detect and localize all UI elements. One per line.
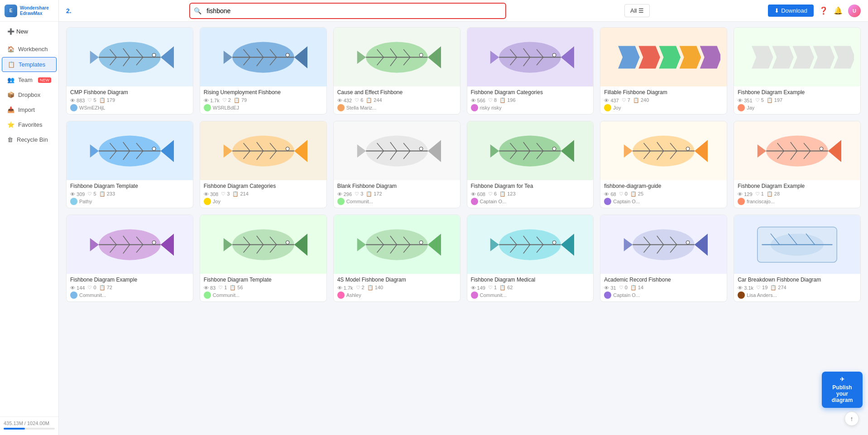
card-info: Car Breakdown Fishbone Diagram 👁 3.1k ♡ … — [734, 274, 860, 301]
sidebar: E Wondershare EdrawMax ➕ New 🏠 Workbench… — [0, 0, 59, 435]
author-avatar — [738, 198, 745, 205]
svg-marker-133 — [223, 238, 232, 251]
scroll-top-button[interactable]: ↑ — [844, 411, 859, 426]
publish-fab[interactable]: ✈ Publish your diagram — [822, 372, 863, 408]
svg-point-75 — [286, 147, 289, 150]
plus-icon: ➕ — [7, 28, 14, 35]
card-info: Fishbone Diagram Example 👁 351 ♡ 5 📋 197… — [734, 86, 860, 114]
download-button[interactable]: ⬇ Download — [768, 5, 814, 17]
copies-count: 📋 240 — [633, 97, 649, 103]
author-avatar — [471, 104, 478, 111]
svg-marker-52 — [813, 46, 835, 68]
template-card-fishbone-medical[interactable]: Fishbone Diagram Medical 👁 149 ♡ 1 📋 62 … — [467, 215, 594, 302]
logo-icon: E — [5, 5, 17, 17]
card-thumbnail — [600, 28, 727, 86]
help-button[interactable]: ❓ — [819, 6, 828, 15]
template-card-fishbone-example1[interactable]: Fishbone Diagram Example 👁 351 ♡ 5 📋 197… — [734, 27, 861, 115]
card-title: Fillable Fishbone Diagram — [604, 89, 723, 96]
card-info: Fishbone Diagram Example 👁 129 ♡ 1 📋 28 … — [734, 180, 860, 208]
author-name: Captain O... — [480, 199, 507, 204]
svg-marker-1 — [161, 46, 174, 68]
help-icon: ❓ — [819, 6, 828, 15]
card-title: Car Breakdown Fishbone Diagram — [738, 277, 857, 283]
views-count: 👁 432 — [337, 98, 352, 103]
card-thumbnail — [67, 121, 193, 180]
template-card-fishbone-tpl[interactable]: Fishbone Diagram Template 👁 309 ♡ 5 📋 23… — [66, 121, 193, 208]
likes-count: ♡ 3 — [221, 191, 230, 197]
card-meta: 👁 432 ♡ 6 📋 244 — [337, 97, 456, 103]
card-meta: 👁 129 ♡ 1 📋 28 — [738, 191, 857, 197]
sidebar-item-recycle[interactable]: 🗑 Recycle Bin — [2, 133, 57, 147]
sidebar-item-templates[interactable]: 📋 Templates — [2, 57, 57, 72]
svg-marker-77 — [427, 140, 441, 162]
svg-marker-111 — [758, 144, 767, 157]
card-thumbnail — [67, 215, 193, 274]
template-card-blank-fishbone[interactable]: Blank Fishbone Diagram 👁 296 ♡ 3 📋 172 C… — [333, 121, 460, 208]
svg-marker-55 — [161, 140, 174, 162]
avatar[interactable]: U — [848, 5, 861, 17]
views-count: 👁 309 — [70, 191, 85, 197]
card-meta: 👁 68 ♡ 0 📋 25 — [604, 191, 723, 197]
card-info: Fillable Fishbone Diagram 👁 437 ♡ 7 📋 24… — [600, 86, 727, 114]
sidebar-item-workbench[interactable]: 🏠 Workbench — [2, 42, 57, 56]
author-name: Stella Mariz... — [346, 105, 377, 110]
svg-marker-100 — [624, 144, 633, 157]
sidebar-item-import[interactable]: 📥 Import — [2, 103, 57, 117]
filter-label: All — [630, 7, 637, 14]
author-name: Joy — [613, 105, 621, 110]
templates-grid: CMP Fishbone Diagram 👁 883 ♡ 5 📋 179 WSm… — [59, 22, 868, 435]
svg-marker-143 — [427, 234, 441, 256]
template-card-fishbone-example2[interactable]: Fishbone Diagram Example 👁 129 ♡ 1 📋 28 … — [734, 121, 861, 208]
sidebar-label-dropbox: Dropbox — [18, 91, 40, 98]
sidebar-item-team[interactable]: 👥 Team NEW — [2, 73, 57, 87]
template-card-fishbone-tpl2[interactable]: Fishbone Diagram Template 👁 83 ♡ 1 📋 56 … — [200, 215, 327, 302]
svg-marker-122 — [90, 238, 99, 251]
svg-point-21 — [286, 53, 289, 57]
step-label: 2. — [66, 7, 72, 14]
template-card-covid-cause[interactable]: Cause and Effect Fishbone 👁 432 ♡ 6 📋 24… — [333, 27, 460, 115]
card-meta: 👁 83 ♡ 1 📋 56 — [204, 285, 323, 291]
template-card-fishbone-guide[interactable]: fishbone-diagram-guide 👁 68 ♡ 0 📋 25 Cap… — [600, 121, 727, 208]
copies-count: 📋 197 — [767, 97, 782, 103]
template-card-cmp-fishbone[interactable]: CMP Fishbone Diagram 👁 883 ♡ 5 📋 179 WSm… — [66, 27, 193, 115]
card-thumbnail — [334, 121, 460, 180]
copies-count: 📋 123 — [499, 191, 515, 197]
likes-count: ♡ 7 — [622, 97, 630, 103]
svg-marker-89 — [490, 144, 499, 157]
svg-marker-166 — [624, 238, 633, 251]
svg-point-43 — [553, 53, 556, 57]
template-card-academic-fishbone[interactable]: Academic Record Fishbone 👁 31 ♡ 0 📋 14 C… — [600, 215, 727, 302]
views-count: 👁 144 — [70, 285, 85, 291]
sidebar-icon-templates: 📋 — [8, 61, 15, 68]
scroll-top-icon: ↑ — [850, 415, 854, 422]
template-card-fishbone-cat2[interactable]: Fishbone Diagram Categories 👁 308 ♡ 3 📋 … — [200, 121, 327, 208]
card-info: Fishbone Diagram Categories 👁 308 ♡ 3 📋 … — [200, 180, 326, 208]
template-card-fillable-fishbone[interactable]: Fillable Fishbone Diagram 👁 437 ♡ 7 📋 24… — [600, 27, 727, 115]
template-card-4s-model[interactable]: 4S Model Fishbone Diagram 👁 1.7k ♡ 2 📋 1… — [333, 215, 460, 302]
svg-marker-46 — [659, 46, 681, 68]
card-meta: 👁 144 ♡ 0 📋 72 — [70, 285, 189, 291]
template-card-car-breakdown[interactable]: Car Breakdown Fishbone Diagram 👁 3.1k ♡ … — [734, 215, 861, 302]
notifications-button[interactable]: 🔔 — [834, 6, 843, 15]
copies-count: 📋 14 — [630, 285, 643, 291]
likes-count: ♡ 8 — [488, 97, 497, 103]
template-card-fishbone-cat[interactable]: Fishbone Diagram Categories 👁 566 ♡ 8 📋 … — [467, 27, 594, 115]
sidebar-item-dropbox[interactable]: 📦 Dropbox — [2, 88, 57, 102]
card-thumbnail — [600, 121, 727, 180]
author-avatar — [204, 292, 211, 299]
copies-count: 📋 79 — [234, 97, 247, 103]
card-author: WSmEZHjL — [70, 104, 189, 111]
template-card-fishbone-tea[interactable]: Fishbone Diagram for Tea 👁 608 ♡ 6 📋 123… — [467, 121, 594, 208]
search-input[interactable] — [189, 3, 506, 19]
new-button[interactable]: ➕ New — [4, 25, 55, 38]
author-name: franciscajo... — [747, 199, 775, 204]
likes-count: ♡ 5 — [87, 191, 96, 197]
template-card-rising-unemployment[interactable]: Rising Unemployment Fishbone 👁 1.7k ♡ 2 … — [200, 27, 327, 115]
card-info: Fishbone Diagram Template 👁 309 ♡ 5 📋 23… — [67, 180, 193, 208]
svg-marker-47 — [680, 46, 701, 68]
sidebar-item-favorites[interactable]: ⭐ Favorites — [2, 118, 57, 132]
template-card-fishbone-example3[interactable]: Fishbone Diagram Example 👁 144 ♡ 0 📋 72 … — [66, 215, 193, 302]
views-count: 👁 296 — [337, 191, 352, 197]
card-author: Joy — [604, 104, 723, 111]
filter-button[interactable]: All ☰ — [624, 4, 650, 17]
